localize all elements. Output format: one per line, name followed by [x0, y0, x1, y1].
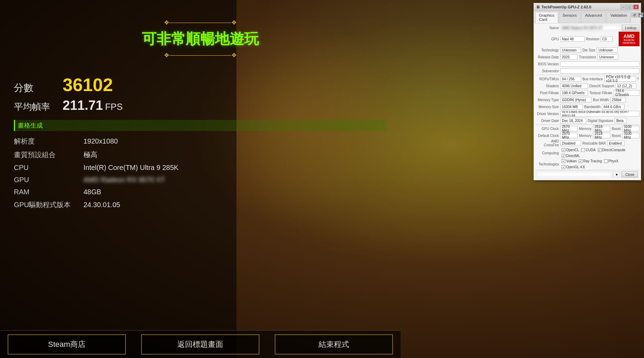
- tab-advanced[interactable]: Advanced: [581, 12, 606, 23]
- gpuz-die-size-field: Unknown: [597, 47, 618, 53]
- stats-panel: 分數 36102 平均幀率 211.71 FPS 畫格生成 解析度 1920x1…: [0, 67, 401, 221]
- amd-logo: AMD RADEONGRAPHICS: [619, 32, 639, 46]
- gpuz-gpu-clock-field: 2570 MHz: [560, 126, 578, 131]
- gpuz-revision-field: C0: [601, 36, 613, 42]
- gpuz-technology-field: Unknown: [560, 47, 581, 53]
- gpuz-release-date-label: Release Date: [535, 55, 560, 59]
- minimize-button[interactable]: ─: [621, 5, 626, 9]
- game-title: 可非常順暢地遊玩: [0, 29, 401, 49]
- score-value: 36102: [63, 74, 113, 95]
- cb-opencl-label: OpenCL: [566, 148, 579, 152]
- info-table: 解析度 1920x1080 畫質預設組合 極高 CPU Intel(R) Cor…: [14, 137, 216, 210]
- gpuz-bus-question[interactable]: ?: [636, 77, 639, 81]
- cb-directcompute-box[interactable]: ✓: [598, 148, 602, 152]
- gpuz-bottom-bar: ▼ Close: [535, 170, 639, 179]
- amd-radeon-text: RADEONGRAPHICS: [623, 39, 636, 45]
- gpuz-bios-row: BIOS Version: [535, 61, 639, 67]
- info-key-cpu: CPU: [14, 164, 83, 172]
- restore-button[interactable]: □: [627, 5, 633, 9]
- gpuz-default-clock-row: Default Clock 2570 MHz Memory 2518 MHz B…: [535, 132, 639, 139]
- gpuz-directx-label: DirectX Support: [588, 84, 615, 88]
- cb-directcompute-label: DirectCompute: [602, 148, 626, 152]
- gpuz-memory-clock-label: Memory: [578, 127, 593, 131]
- gpuz-close-button[interactable]: Close: [621, 171, 638, 178]
- gpuz-die-size-label: Die Size: [581, 48, 597, 52]
- gpuz-technology-row: Technology Unknown Die Size Unknown: [535, 47, 639, 53]
- cb-cuda-box[interactable]: [581, 148, 585, 152]
- cb-opengl-label: OpenGL 4.6: [566, 165, 585, 169]
- gpuz-resizable-bar-field: Enabled: [607, 140, 625, 146]
- gpuz-save-icon[interactable]: 💾: [638, 13, 643, 17]
- gpuz-gpu-row: GPU Navi 48 Revision C0 AMD RADEONGRAPHI…: [535, 32, 639, 46]
- info-row-quality: 畫質預設組合 極高: [14, 150, 216, 160]
- gpuz-memory-type-label: Memory Type: [535, 98, 560, 102]
- game-ui-panel: ❖──────────────❖ 可非常順暢地遊玩 ❖─────────────…: [0, 0, 401, 358]
- cb-physx: PhysX: [604, 159, 619, 163]
- gpuz-tabs: Graphics Card Sensors Advanced Validatio…: [534, 11, 641, 23]
- gpuz-memory-type-field: GDDR6 (Hynix): [560, 97, 591, 103]
- gpuz-shaders-row: Shaders 4096 Unified DirectX Support 12 …: [535, 83, 639, 89]
- gpuz-subvendor-label: Subvendor: [535, 69, 560, 73]
- gpuz-directx-field: 12 (12_2): [615, 83, 636, 89]
- gpuz-memory-size-field: 16304 MB: [560, 104, 583, 109]
- gpuz-release-date-row: Release Date 2025 Transistors Unknown: [535, 54, 639, 60]
- gpuz-dropdown[interactable]: ▼: [613, 172, 620, 177]
- gpuz-driver-date-row: Driver Date Dec 18, 2024 Digital Signatu…: [535, 117, 639, 124]
- gpuz-transistors-field: Unknown: [597, 54, 618, 60]
- close-button[interactable]: ✕: [633, 5, 639, 9]
- gpuz-computing-label: Computing: [535, 151, 560, 155]
- gpuz-bus-width-label: Bus Width: [591, 98, 610, 102]
- cb-physx-box[interactable]: [604, 159, 608, 163]
- gpuz-computing-checkboxes: ✓ OpenCL CUDA ✓ DirectCompute ✓ DirectML: [562, 148, 638, 158]
- gpuz-crossfire-field: Disabled: [560, 140, 581, 146]
- tab-sensors[interactable]: Sensors: [559, 12, 580, 23]
- amd-logo-text: AMD: [623, 33, 635, 39]
- gpuz-technologies-row: Technologies ✓ Vulkan ✓ Ray Tracing Phys…: [535, 159, 639, 169]
- gpuz-revision-label: Revision: [585, 37, 601, 41]
- gpuz-bus-width-field: 256bit: [610, 97, 626, 103]
- decoration-bottom: ❖──────────────❖: [0, 51, 401, 59]
- gpuz-driver-version-label: Driver Version: [535, 112, 560, 116]
- cb-opengl-box[interactable]: ✓: [562, 165, 565, 169]
- tab-validation[interactable]: Validation: [606, 12, 631, 23]
- cb-ray-tracing-box[interactable]: ✓: [579, 159, 582, 163]
- gpuz-window-buttons: ─ □ ✕: [621, 5, 639, 9]
- info-row-ram: RAM 48GB: [14, 188, 216, 196]
- tab-graphics-card[interactable]: Graphics Card: [535, 12, 558, 23]
- section-header: 畫格生成: [14, 120, 387, 131]
- exit-program-button[interactable]: 結束程式: [275, 334, 393, 355]
- gpuz-subvendor-field: [560, 68, 639, 74]
- gpuz-lookup-button[interactable]: Lookup: [622, 25, 639, 31]
- cb-directml-box[interactable]: ✓: [562, 154, 565, 158]
- gpuz-memory-size-row: Memory Size 16304 MB Bandwidth 644.6 GB/…: [535, 104, 639, 110]
- gpuz-memory-clock-field: 2518 MHz: [593, 126, 610, 131]
- gpuz-name-label: Name: [535, 26, 560, 30]
- cb-opencl: ✓ OpenCL: [562, 148, 579, 152]
- info-key-resolution: 解析度: [14, 137, 83, 146]
- gpuz-transistors-label: Transistors: [578, 55, 597, 59]
- gpuz-digital-sig-label: Digital Signature: [586, 119, 614, 123]
- cb-opencl-box[interactable]: ✓: [562, 148, 565, 152]
- gpuz-crossfire-label: AMD CrossFire: [535, 139, 560, 147]
- cb-vulkan-box[interactable]: ✓: [562, 159, 565, 163]
- info-key-driver: GPU驅動程式版本: [14, 200, 83, 210]
- cb-cuda-label: CUDA: [586, 148, 595, 152]
- gpuz-bios-field: [560, 61, 639, 67]
- steam-store-button[interactable]: Steam商店: [8, 334, 126, 355]
- gpuz-texture-label: Texture Fillrate: [588, 91, 614, 95]
- gpuz-bios-label: BIOS Version: [535, 62, 560, 66]
- gpuz-digital-sig-field: Beta: [614, 118, 627, 123]
- gpuz-memory-size-label: Memory Size: [535, 105, 560, 109]
- score-label: 分數: [14, 81, 63, 95]
- info-val-driver: 24.30.01.05: [83, 201, 120, 209]
- gpuz-pixel-field: 198.4 GPixel/s: [560, 90, 588, 96]
- fps-label: 平均幀率: [14, 101, 63, 113]
- gpuz-driver-date-label: Driver Date: [535, 119, 560, 123]
- return-title-button[interactable]: 返回標題畫面: [141, 334, 259, 355]
- cb-directml-label: DirectML: [566, 154, 580, 158]
- info-val-gpu: AMD Radeon RX 9070 XT: [83, 176, 165, 184]
- gpuz-refresh-icon[interactable]: ↺: [631, 13, 637, 17]
- gpuz-pixel-label: Pixel Fillrate: [535, 91, 560, 95]
- bottom-buttons: Steam商店 返回標題畫面 結束程式: [0, 330, 401, 358]
- gpuz-boost-field: 3100 MHz: [622, 126, 639, 131]
